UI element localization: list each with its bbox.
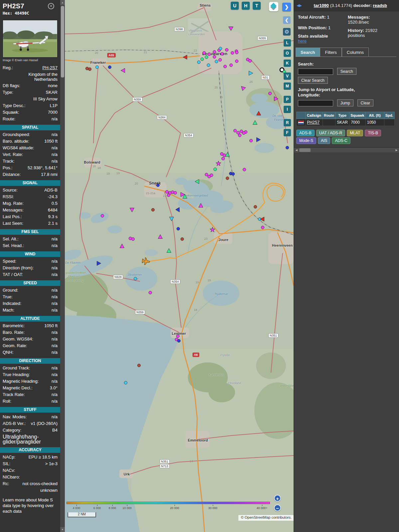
aircraft-marker[interactable]: [235, 60, 238, 63]
aircraft-marker[interactable]: [218, 58, 221, 61]
aircraft-marker[interactable]: [131, 237, 134, 240]
map-button-k[interactable]: K: [284, 60, 291, 67]
aircraft-marker[interactable]: [219, 47, 222, 50]
layers-icon[interactable]: [269, 2, 278, 11]
aircraft-marker[interactable]: [205, 56, 208, 59]
aircraft-marker[interactable]: [195, 180, 199, 184]
collapse-sidebar-button[interactable]: ❯: [282, 3, 291, 11]
source-filter-mode-s[interactable]: Mode-S: [296, 137, 316, 144]
horizontal-scrollbar[interactable]: ◀ ▶: [294, 147, 399, 152]
aircraft-marker[interactable]: [167, 249, 171, 253]
aircraft-marker[interactable]: [130, 208, 134, 212]
aircraft-marker[interactable]: [240, 85, 246, 91]
aircraft-marker[interactable]: [227, 25, 233, 31]
aircraft-marker[interactable]: [176, 207, 181, 213]
aircraft-marker[interactable]: [174, 191, 177, 194]
tab-columns[interactable]: Columns: [342, 48, 369, 57]
aircraft-marker[interactable]: [205, 173, 208, 176]
aircraft-marker[interactable]: [225, 153, 230, 157]
aircraft-marker[interactable]: [88, 67, 91, 70]
map-button-i[interactable]: I: [284, 106, 291, 113]
source-filter-mlat[interactable]: MLAT: [347, 130, 363, 136]
source-filter-ads-c[interactable]: ADS-C: [332, 137, 350, 144]
stats-here-link[interactable]: here: [298, 39, 307, 44]
column-header-type[interactable]: Type: [335, 112, 349, 119]
aircraft-marker[interactable]: [202, 51, 205, 54]
map-button-u[interactable]: U: [231, 2, 239, 10]
aircraft-marker[interactable]: [274, 97, 278, 101]
aircraft-marker[interactable]: [108, 66, 111, 68]
panel-collapse-right-icon[interactable]: ▶: [299, 3, 301, 8]
aircraft-marker[interactable]: [207, 64, 210, 66]
aircraft-marker[interactable]: [249, 71, 253, 75]
aircraft-marker[interactable]: [229, 64, 232, 66]
horizontal-scrollbar-thumb[interactable]: [299, 148, 311, 152]
aircraft-marker[interactable]: [200, 58, 203, 61]
aircraft-marker[interactable]: [215, 60, 218, 63]
close-icon[interactable]: ✕: [48, 3, 54, 9]
aircraft-marker[interactable]: [235, 51, 238, 54]
aircraft-marker[interactable]: [225, 48, 228, 51]
aircraft-marker[interactable]: [238, 134, 241, 137]
aircraft-marker[interactable]: [170, 217, 174, 221]
aircraft-marker[interactable]: [254, 205, 257, 208]
app-name-link[interactable]: tar1090: [314, 3, 329, 8]
aircraft-marker[interactable]: [261, 226, 264, 229]
aircraft-marker[interactable]: [149, 291, 152, 294]
aircraft-marker[interactable]: [165, 190, 168, 193]
column-header-squawk[interactable]: Squawk: [349, 112, 366, 119]
aircraft-marker[interactable]: [181, 237, 184, 240]
aircraft-marker[interactable]: [242, 131, 245, 134]
aircraft-marker[interactable]: [199, 203, 203, 207]
aircraft-marker[interactable]: [257, 111, 261, 115]
aircraft-photo[interactable]: [3, 20, 58, 58]
callsign-link[interactable]: PH2S7: [307, 120, 320, 125]
column-header-callsign[interactable]: Callsign: [306, 112, 323, 119]
aircraft-marker[interactable]: [231, 51, 234, 54]
aircraft-marker[interactable]: [97, 261, 101, 266]
aircraft-marker[interactable]: [223, 65, 226, 68]
aircraft-marker[interactable]: [176, 334, 179, 337]
aircraft-marker[interactable]: [226, 177, 229, 180]
source-filter-uat-ads-r[interactable]: UAT / ADS-R: [316, 130, 345, 136]
aircraft-marker[interactable]: [243, 168, 246, 171]
aircraft-marker[interactable]: [197, 61, 200, 64]
map-button-l[interactable]: L: [284, 39, 291, 47]
aircraft-marker[interactable]: [260, 217, 264, 221]
map-button-o[interactable]: O: [284, 50, 291, 57]
source-filter-ais[interactable]: AIS: [318, 137, 330, 144]
map-button-t[interactable]: T: [253, 2, 261, 10]
column-header-altft[interactable]: Alt. (ft): [365, 112, 384, 119]
jump-clear-button[interactable]: Clear: [357, 99, 374, 106]
aircraft-marker[interactable]: [268, 92, 271, 95]
aircraft-marker[interactable]: [177, 339, 180, 342]
source-filter-tis-b[interactable]: TIS-B: [365, 130, 381, 136]
zoom-out-button[interactable]: −: [274, 504, 281, 511]
aircraft-marker[interactable]: [248, 59, 251, 62]
aircraft-marker[interactable]: [210, 174, 213, 177]
map-button-m[interactable]: M: [284, 82, 291, 90]
aircraft-marker[interactable]: [177, 227, 180, 230]
left-scrollbar[interactable]: ▲ ▼: [60, 0, 65, 532]
map-button-p[interactable]: P: [284, 96, 291, 103]
aircraft-marker[interactable]: [101, 214, 104, 217]
map-button-h[interactable]: H: [242, 2, 250, 10]
aircraft-marker[interactable]: [253, 121, 257, 125]
clear-search-button[interactable]: Clear Search: [298, 77, 328, 84]
left-scrollbar-thumb[interactable]: [61, 6, 64, 77]
map[interactable]: StiensFranekerLeeuwardenBolswardSneekJou…: [65, 0, 294, 532]
aircraft-marker[interactable]: [151, 208, 154, 211]
map-attribution[interactable]: © OpenStreetMap contributors.: [238, 515, 294, 521]
aircraft-marker[interactable]: [183, 55, 187, 60]
aircraft-marker[interactable]: [120, 244, 124, 248]
jump-input[interactable]: [298, 100, 333, 106]
panel-collapse-left-icon[interactable]: ◀: [297, 3, 299, 8]
aircraft-marker[interactable]: [156, 184, 159, 187]
aircraft-marker[interactable]: [213, 50, 216, 53]
aircraft-marker[interactable]: [121, 68, 125, 73]
search-input[interactable]: [298, 68, 333, 75]
aircraft-marker[interactable]: [158, 235, 163, 239]
search-button[interactable]: Search: [337, 68, 356, 75]
aircraft-marker[interactable]: [207, 53, 210, 56]
table-row[interactable]: PH2S7SKAR70001050: [297, 119, 395, 126]
